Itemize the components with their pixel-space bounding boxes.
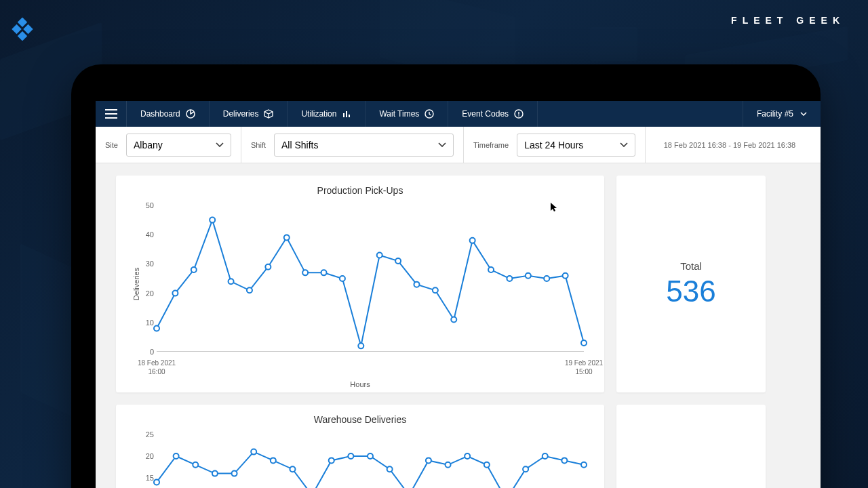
chart-production-pickups: Production Pick-Ups Deliveries Hours 010… — [116, 176, 604, 392]
chart-title: Warehouse Deliveries — [116, 405, 604, 425]
svg-rect-1 — [12, 24, 21, 34]
y-tick: 15 — [135, 474, 154, 482]
facility-selector[interactable]: Facility #5 — [743, 101, 821, 127]
nav-deliveries[interactable]: Deliveries — [210, 101, 288, 127]
nav-label: Dashboard — [140, 109, 180, 119]
svg-point-48 — [329, 458, 334, 463]
box-icon — [264, 109, 273, 119]
svg-point-26 — [358, 343, 363, 348]
svg-point-60 — [561, 458, 567, 463]
menu-button[interactable] — [96, 101, 127, 127]
total-label: Total — [680, 260, 702, 272]
total-card-2 — [616, 405, 766, 488]
pie-icon — [186, 109, 195, 119]
x-tick-end: 19 Feb 2021 15:00 — [557, 359, 611, 376]
svg-point-16 — [172, 291, 178, 296]
svg-point-50 — [368, 453, 373, 459]
nav-utilization[interactable]: Utilization — [288, 101, 366, 127]
svg-rect-10 — [349, 115, 350, 117]
y-tick: 10 — [135, 319, 154, 327]
alert-icon — [514, 109, 524, 119]
chevron-down-icon — [438, 142, 446, 147]
svg-rect-0 — [18, 18, 27, 27]
nav-label: Deliveries — [223, 109, 259, 119]
svg-point-38 — [581, 340, 587, 346]
nav-label: Event Codes — [462, 109, 509, 119]
svg-point-54 — [446, 462, 451, 468]
svg-point-29 — [414, 282, 419, 287]
line-series — [157, 434, 584, 488]
chart-warehouse-deliveries: Warehouse Deliveries 152025 — [116, 405, 604, 488]
timeframe-select[interactable]: Last 24 Hours — [517, 134, 635, 157]
svg-point-18 — [210, 218, 215, 223]
site-value: Albany — [134, 140, 163, 150]
nav-dashboard[interactable]: Dashboard — [127, 101, 210, 127]
svg-point-21 — [265, 264, 271, 270]
y-tick: 30 — [135, 260, 154, 268]
svg-point-45 — [271, 458, 276, 463]
svg-point-39 — [154, 479, 159, 485]
chevron-down-icon — [620, 142, 628, 147]
clock-icon — [425, 109, 434, 119]
svg-point-34 — [507, 276, 512, 281]
row-warehouse: Warehouse Deliveries 152025 — [116, 405, 800, 488]
shift-select[interactable]: All Shifts — [274, 134, 454, 157]
svg-point-49 — [348, 453, 353, 459]
x-axis-label: Hours — [116, 380, 604, 388]
filter-timeframe: Timeframe Last 24 Hours — [464, 127, 646, 163]
svg-point-58 — [523, 466, 528, 472]
svg-point-27 — [377, 252, 382, 258]
line-series — [157, 205, 584, 352]
svg-point-35 — [526, 273, 531, 279]
nav-label: Utilization — [301, 109, 336, 119]
shift-value: All Shifts — [281, 140, 318, 150]
svg-point-32 — [470, 238, 475, 243]
svg-point-46 — [290, 466, 295, 472]
svg-point-22 — [284, 235, 290, 241]
date-range-display: 18 Feb 2021 16:38 - 19 Feb 2021 16:38 — [646, 141, 821, 149]
filter-bar: Site Albany Shift All Shifts Timeframe L… — [96, 127, 821, 163]
y-tick: 40 — [135, 230, 154, 239]
svg-point-15 — [154, 325, 159, 331]
plot-area: 0102030405018 Feb 2021 16:0019 Feb 2021 … — [157, 205, 584, 352]
svg-rect-2 — [23, 24, 33, 34]
svg-point-23 — [302, 270, 308, 275]
y-tick: 20 — [135, 452, 154, 460]
shift-label: Shift — [251, 141, 266, 149]
nav-event-codes[interactable]: Event Codes — [448, 101, 538, 127]
y-tick: 20 — [135, 289, 154, 298]
svg-point-44 — [251, 449, 256, 455]
svg-point-51 — [387, 466, 393, 472]
device-frame: Dashboard Deliveries Utilization Wait Ti… — [71, 64, 821, 488]
site-select[interactable]: Albany — [126, 134, 231, 157]
svg-rect-3 — [18, 31, 27, 41]
svg-point-59 — [542, 453, 548, 459]
svg-point-42 — [212, 471, 218, 476]
facility-label: Facility #5 — [757, 109, 793, 119]
svg-point-43 — [232, 471, 237, 476]
total-value: 536 — [666, 274, 715, 308]
svg-point-55 — [465, 453, 470, 459]
svg-point-28 — [395, 258, 401, 264]
y-tick: 0 — [135, 348, 154, 356]
chart-title: Production Pick-Ups — [116, 176, 604, 196]
svg-point-37 — [563, 273, 568, 279]
svg-point-61 — [581, 462, 587, 468]
svg-point-20 — [247, 287, 252, 293]
svg-point-53 — [426, 458, 431, 463]
app-logo — [5, 12, 39, 46]
filter-shift: Shift All Shifts — [241, 127, 464, 163]
svg-point-31 — [451, 317, 456, 322]
y-tick: 25 — [135, 430, 154, 439]
svg-rect-9 — [346, 111, 347, 117]
chevron-down-icon — [800, 112, 807, 116]
top-nav: Dashboard Deliveries Utilization Wait Ti… — [96, 101, 821, 127]
y-tick: 50 — [135, 201, 154, 209]
svg-rect-8 — [343, 113, 344, 117]
nav-wait-times[interactable]: Wait Times — [366, 101, 448, 127]
svg-point-17 — [191, 267, 197, 272]
svg-point-56 — [484, 462, 490, 468]
screen: Dashboard Deliveries Utilization Wait Ti… — [96, 101, 821, 488]
x-tick-start: 18 Feb 2021 16:00 — [130, 359, 184, 376]
row-pickups: Production Pick-Ups Deliveries Hours 010… — [116, 176, 800, 392]
